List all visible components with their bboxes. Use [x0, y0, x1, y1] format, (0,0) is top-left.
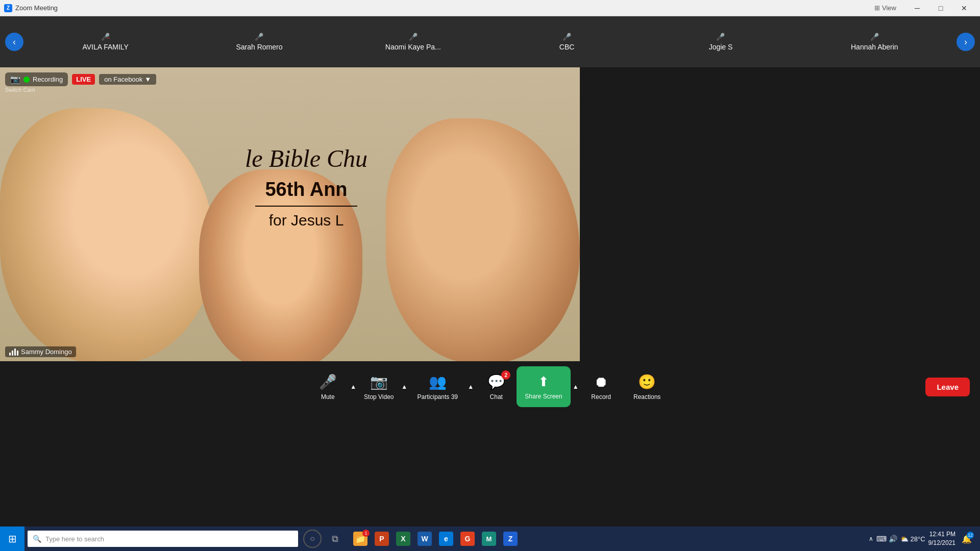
- participant-item[interactable]: 🎤 CBC: [490, 33, 644, 51]
- close-button[interactable]: ✕: [952, 0, 976, 16]
- remote-desktop-icon: M: [482, 532, 496, 546]
- word-icon: W: [418, 532, 432, 546]
- taskbar-right: ∧ ⌨ 🔊 ⛅ 28°C 12:41 PM 9/12/2021 🔔 12: [864, 530, 980, 547]
- strip-nav-prev[interactable]: ‹: [5, 33, 23, 51]
- zoom-taskbar-icon: Z: [503, 532, 518, 546]
- view-label: View: [882, 4, 896, 12]
- taskbar-datetime[interactable]: 12:41 PM 9/12/2021: [928, 530, 955, 547]
- taskbar: ⊞ 🔍 Type here to search ○ ⧉ 📁 1 P X W e …: [0, 527, 980, 551]
- system-icons: ⌨ 🔊: [876, 535, 897, 543]
- task-view-button[interactable]: ⧉: [326, 530, 344, 548]
- chat-button[interactable]: 💬 2 Chat: [476, 366, 517, 407]
- zoom-app-icon: Z: [4, 4, 12, 12]
- mute-icon: 🎤: [870, 33, 879, 41]
- recording-dot: 📷: [10, 74, 20, 84]
- taskbar-search-icon: 🔍: [33, 535, 41, 543]
- video-caret[interactable]: ▲: [399, 366, 409, 407]
- reactions-icon: 🙂: [638, 373, 656, 390]
- banner-script-text: le Bible Chu: [179, 144, 434, 173]
- reactions-label: Reactions: [633, 393, 660, 400]
- taskbar-search[interactable]: 🔍 Type here to search: [28, 531, 298, 547]
- title-bar-left: Z Zoom Meeting: [4, 4, 58, 12]
- speaker-icon: 🔊: [889, 535, 897, 543]
- banner-anniversary-text: 56th Ann: [179, 179, 434, 201]
- on-facebook-badge[interactable]: on Facebook ▼: [99, 74, 156, 85]
- speaker-name: Sammy Domingo: [21, 348, 72, 356]
- recording-badge: 📷 Recording: [5, 72, 68, 86]
- mute-button[interactable]: 🎤 Mute: [307, 366, 348, 407]
- keyboard-icon: ⌨: [876, 535, 887, 543]
- participant-name: CBC: [559, 43, 575, 51]
- view-grid-icon: ⊞: [874, 4, 880, 12]
- record-button[interactable]: ⏺ Record: [581, 366, 622, 407]
- participants-icon: 👥: [429, 373, 447, 390]
- taskbar-apps: 📁 1 P X W e G M Z: [346, 529, 864, 549]
- recording-label: Recording: [33, 76, 63, 83]
- strip-nav-next[interactable]: ›: [957, 33, 975, 51]
- chrome-icon: G: [460, 532, 475, 546]
- participant-item[interactable]: 🎤̶ AVILA FAMILY: [29, 33, 182, 51]
- taskbar-app-chrome[interactable]: G: [457, 529, 478, 549]
- taskbar-time: 12:41 PM: [929, 530, 955, 539]
- participants-strip: ‹ 🎤̶ AVILA FAMILY 🎤 Sarah Romero 🎤 Naomi…: [0, 16, 980, 67]
- taskbar-app-file-explorer[interactable]: 📁 1: [350, 529, 371, 549]
- excel-icon: X: [396, 532, 410, 546]
- taskbar-app-edge[interactable]: e: [436, 529, 456, 549]
- participant-item[interactable]: 🎤 Jogie S: [644, 33, 797, 51]
- participant-name: Jogie S: [709, 43, 733, 51]
- switch-cam-label[interactable]: Switch Cam: [5, 87, 35, 93]
- cortana-button[interactable]: ○: [303, 530, 322, 548]
- participants-caret[interactable]: ▲: [465, 366, 476, 407]
- main-video-area: le Bible Chu 56th Ann for Jesus L 📷 Reco…: [0, 67, 980, 361]
- powerpoint-icon: P: [375, 532, 389, 546]
- maximize-button[interactable]: □: [929, 0, 952, 16]
- taskbar-app-word[interactable]: W: [414, 529, 435, 549]
- stop-video-button[interactable]: 📷 Stop Video: [358, 366, 399, 407]
- start-button[interactable]: ⊞: [0, 527, 24, 551]
- share-screen-button[interactable]: ⬆ Share Screen: [517, 366, 570, 407]
- participants-label: Participants 39: [418, 393, 458, 400]
- share-screen-caret[interactable]: ▲: [571, 366, 581, 407]
- file-explorer-badge: 1: [362, 530, 370, 537]
- weather-temp: 28°C: [911, 535, 925, 543]
- taskbar-app-remote[interactable]: M: [479, 529, 499, 549]
- weather-icon: ⛅: [900, 535, 909, 543]
- mute-icon: 🎤: [562, 33, 571, 41]
- stop-video-label: Stop Video: [364, 393, 394, 400]
- on-facebook-label: on Facebook: [104, 76, 142, 83]
- mute-icon: 🎤: [409, 33, 418, 41]
- video-camera-icon: 📷: [370, 373, 388, 390]
- participant-name: Naomi Kaye Pa...: [385, 43, 441, 51]
- participant-item[interactable]: 🎤 Naomi Kaye Pa...: [336, 33, 490, 51]
- participant-item[interactable]: 🎤 Hannah Aberin: [798, 33, 951, 51]
- title-bar: Z Zoom Meeting ⊞ View ─ □ ✕: [0, 0, 980, 16]
- share-screen-label: Share Screen: [525, 393, 562, 400]
- taskbar-app-excel[interactable]: X: [393, 529, 413, 549]
- taskbar-app-zoom[interactable]: Z: [500, 529, 521, 549]
- speaker-label: Sammy Domingo: [5, 346, 76, 357]
- mute-icon: 🎤: [255, 33, 263, 41]
- chat-label: Chat: [490, 393, 503, 400]
- mute-caret[interactable]: ▲: [348, 366, 358, 407]
- participants-button[interactable]: 👥 Participants 39: [409, 366, 465, 407]
- chat-badge: 2: [501, 370, 510, 380]
- taskbar-caret-icon[interactable]: ∧: [869, 535, 873, 542]
- leave-button[interactable]: Leave: [925, 378, 970, 396]
- view-button[interactable]: ⊞ View: [869, 0, 901, 16]
- mute-label: Mute: [321, 393, 335, 400]
- taskbar-notification[interactable]: 🔔 12: [959, 531, 975, 547]
- record-icon: ⏺: [594, 373, 608, 390]
- share-screen-icon: ⬆: [538, 374, 549, 390]
- reactions-button[interactable]: 🙂 Reactions: [622, 366, 673, 407]
- participants-list: 🎤̶ AVILA FAMILY 🎤 Sarah Romero 🎤 Naomi K…: [23, 16, 957, 67]
- banner-text: le Bible Chu 56th Ann for Jesus L: [179, 144, 434, 229]
- participant-name: AVILA FAMILY: [82, 43, 129, 51]
- taskbar-weather: ⛅ 28°C: [900, 535, 925, 543]
- taskbar-app-powerpoint[interactable]: P: [372, 529, 392, 549]
- audio-level-icon: [9, 348, 18, 356]
- taskbar-search-placeholder: Type here to search: [45, 535, 104, 543]
- minimize-button[interactable]: ─: [905, 0, 929, 16]
- dropdown-arrow-icon: ▼: [144, 76, 151, 83]
- right-black-area: [580, 67, 980, 361]
- participant-item[interactable]: 🎤 Sarah Romero: [182, 33, 336, 51]
